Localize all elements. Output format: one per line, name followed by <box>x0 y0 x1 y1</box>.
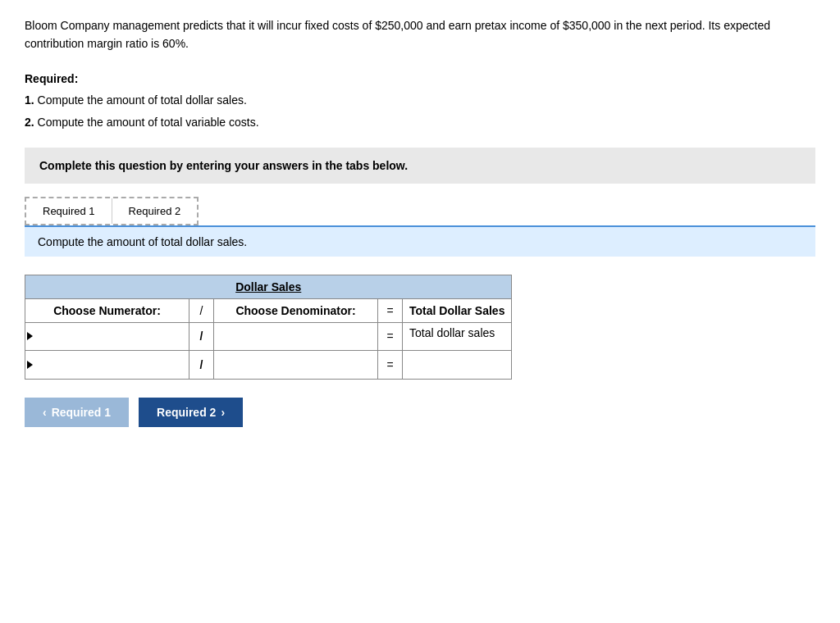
instructions-text: Complete this question by entering your … <box>39 159 408 172</box>
cell-result-1: Total dollar sales <box>403 323 511 350</box>
tab-content-area: Compute the amount of total dollar sales… <box>25 225 815 257</box>
cell-slash-1: / <box>189 323 214 350</box>
table-row: / = Total dollar sales <box>25 323 511 351</box>
triangle-icon-2 <box>27 361 33 369</box>
header-numerator: Choose Numerator: <box>25 299 189 322</box>
header-result: Total Dollar Sales <box>403 299 511 322</box>
required-heading: Required: <box>25 72 78 85</box>
required-item-2: 2. Compute the amount of total variable … <box>25 113 815 131</box>
tab-required-2[interactable]: Required 2 <box>112 198 198 224</box>
nav-buttons: ‹ Required 1 Required 2 › <box>25 398 815 427</box>
dollar-sales-table: Dollar Sales Choose Numerator: / Choose … <box>25 275 512 380</box>
required-section: Required: 1. Compute the amount of total… <box>25 70 815 131</box>
chevron-left-icon: ‹ <box>43 406 47 419</box>
btn-required2[interactable]: Required 2 › <box>139 398 243 427</box>
denominator-input-2[interactable] <box>221 354 371 375</box>
table-row: / = <box>25 351 511 379</box>
cell-result-2 <box>403 351 511 379</box>
intro-text: Bloom Company management predicts that i… <box>25 16 815 53</box>
table-header-row: Choose Numerator: / Choose Denominator: … <box>25 299 511 323</box>
cell-denominator-1[interactable] <box>214 323 378 350</box>
cell-numerator-2 <box>25 351 189 379</box>
triangle-icon-1 <box>27 332 33 340</box>
required-item-1: 1. Compute the amount of total dollar sa… <box>25 91 815 109</box>
header-equals: = <box>378 299 403 322</box>
cell-denominator-2[interactable] <box>214 351 378 379</box>
tabs-container: Required 1 Required 2 <box>25 197 199 225</box>
tab-content-label: Compute the amount of total dollar sales… <box>38 235 247 248</box>
cell-numerator-1 <box>25 323 189 350</box>
tabs-wrapper: Required 1 Required 2 <box>25 184 815 225</box>
cell-slash-2: / <box>189 351 214 379</box>
denominator-input-1[interactable] <box>221 326 371 347</box>
instructions-box: Complete this question by entering your … <box>25 148 815 184</box>
table-wrapper: Dollar Sales Choose Numerator: / Choose … <box>25 266 815 381</box>
chevron-right-icon: › <box>221 406 225 419</box>
header-slash: / <box>189 299 214 322</box>
btn-required2-label: Required 2 <box>157 406 216 419</box>
btn-required1-label: Required 1 <box>52 406 111 419</box>
tab-required-1[interactable]: Required 1 <box>26 198 112 224</box>
cell-equals-2: = <box>378 351 403 379</box>
btn-required1[interactable]: ‹ Required 1 <box>25 398 129 427</box>
table-title: Dollar Sales <box>25 275 511 299</box>
cell-equals-1: = <box>378 323 403 350</box>
header-denominator: Choose Denominator: <box>214 299 378 322</box>
